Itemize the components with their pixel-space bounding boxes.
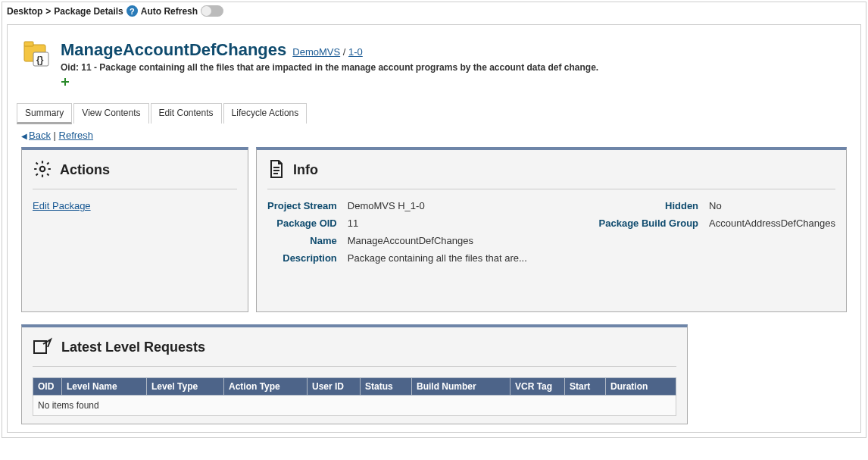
info-title: Info: [293, 162, 318, 178]
empty-message: No items found: [33, 396, 676, 416]
svg-text:{}: {}: [36, 55, 44, 65]
tab-view-contents[interactable]: View Contents: [73, 103, 148, 124]
latest-level-requests-panel: Latest Level Requests OID Level Name Lev…: [21, 324, 688, 424]
col-duration[interactable]: Duration: [606, 378, 676, 396]
edit-package-link[interactable]: Edit Package: [33, 200, 91, 211]
requests-table: OID Level Name Level Type Action Type Us…: [33, 377, 676, 416]
breadcrumb-sep: >: [45, 6, 51, 17]
value-hidden: No: [709, 200, 835, 211]
page-subtitle: Oid: 11 - Package containing all the fil…: [61, 62, 598, 73]
col-user-id[interactable]: User ID: [308, 378, 361, 396]
label-hidden: Hidden: [599, 200, 698, 211]
tab-edit-contents[interactable]: Edit Contents: [151, 103, 222, 124]
actions-panel: Actions Edit Package: [21, 147, 248, 312]
nav-links: ◀Back | Refresh: [17, 124, 851, 147]
refresh-link[interactable]: Refresh: [59, 130, 94, 141]
document-icon: [267, 159, 286, 181]
stream-link[interactable]: 1-0: [348, 46, 363, 58]
nav-sep: |: [51, 130, 59, 141]
package-folder-icon: {}: [21, 40, 53, 70]
actions-title: Actions: [60, 162, 110, 178]
page-title: ManageAccountDefChanges: [61, 40, 286, 60]
tab-lifecycle-actions[interactable]: Lifecycle Actions: [223, 103, 308, 124]
col-status[interactable]: Status: [361, 378, 412, 396]
tabs: Summary View Contents Edit Contents Life…: [17, 103, 851, 124]
auto-refresh-toggle[interactable]: [201, 5, 223, 17]
back-arrow-icon: ◀: [21, 132, 27, 140]
top-breadcrumb-bar: Desktop > Package Details ? Auto Refresh: [2, 2, 866, 20]
help-icon[interactable]: ?: [126, 5, 138, 17]
col-action-type[interactable]: Action Type: [224, 378, 308, 396]
col-oid[interactable]: OID: [33, 378, 62, 396]
breadcrumb-package-details: Package Details: [54, 6, 123, 17]
value-description: Package containing all the files that ar…: [348, 252, 527, 264]
col-start[interactable]: Start: [565, 378, 606, 396]
svg-rect-5: [61, 81, 69, 83]
add-icon[interactable]: [61, 77, 598, 88]
col-level-name[interactable]: Level Name: [62, 378, 147, 396]
col-build-number[interactable]: Build Number: [412, 378, 510, 396]
col-vcr-tag[interactable]: VCR Tag: [510, 378, 565, 396]
label-name: Name: [267, 235, 337, 246]
value-package-build-group: AccountAddressDefChanges: [709, 217, 835, 229]
requests-icon: [33, 336, 54, 358]
label-package-oid: Package OID: [267, 217, 337, 229]
breadcrumb-desktop[interactable]: Desktop: [7, 6, 42, 17]
info-panel: Info Project Stream DemoMVS H_1-0 Packag…: [256, 147, 847, 312]
auto-refresh-label: Auto Refresh: [141, 6, 198, 17]
value-project-stream: DemoMVS H_1-0: [348, 200, 527, 211]
label-project-stream: Project Stream: [267, 200, 337, 211]
label-package-build-group: Package Build Group: [599, 217, 698, 229]
value-name: ManageAccountDefChanges: [348, 235, 527, 246]
main-container: {} ManageAccountDefChanges DemoMVS / 1-0…: [7, 24, 861, 433]
value-package-oid: 11: [348, 217, 527, 229]
svg-rect-1: [24, 42, 33, 46]
label-description: Description: [267, 252, 337, 264]
crumb-sep: /: [340, 46, 348, 58]
requests-title: Latest Level Requests: [61, 340, 205, 355]
col-level-type[interactable]: Level Type: [147, 378, 224, 396]
svg-point-6: [40, 167, 45, 172]
table-row-empty: No items found: [33, 396, 676, 416]
back-link[interactable]: Back: [29, 130, 51, 141]
gear-icon: [33, 159, 52, 181]
tab-summary[interactable]: Summary: [17, 103, 72, 124]
project-link[interactable]: DemoMVS: [292, 46, 340, 58]
